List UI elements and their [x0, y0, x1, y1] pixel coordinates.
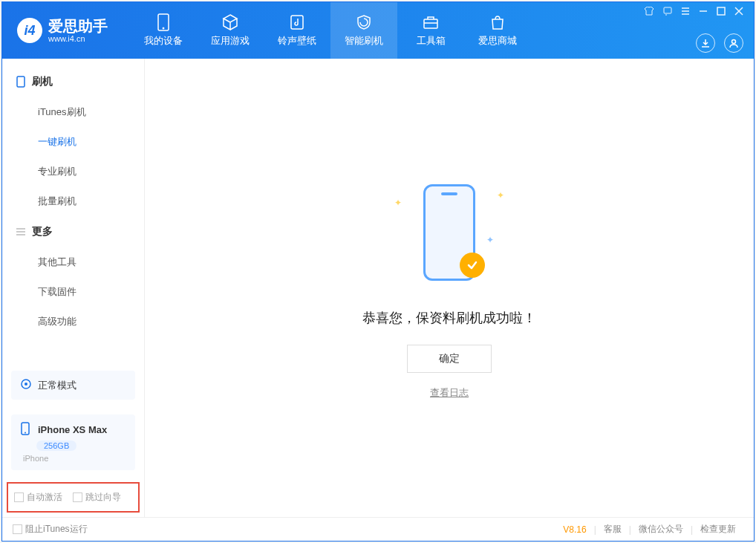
svg-point-6 — [732, 40, 736, 44]
tab-store[interactable]: 爱思商城 — [464, 2, 531, 59]
footer-link-wechat[interactable]: 微信公众号 — [639, 523, 683, 536]
sidebar-item-itunes-flash[interactable]: iTunes刷机 — [2, 97, 144, 127]
tshirt-icon[interactable] — [644, 7, 654, 18]
tab-apps-games[interactable]: 应用游戏 — [197, 2, 264, 59]
header-action-icons — [644, 33, 743, 53]
sparkle-icon: ✦ — [394, 198, 402, 208]
svg-rect-7 — [17, 77, 25, 87]
feedback-icon[interactable] — [663, 7, 672, 18]
tab-my-device[interactable]: 我的设备 — [130, 2, 197, 59]
mode-icon — [20, 378, 32, 392]
cube-icon — [221, 13, 239, 31]
list-icon — [16, 227, 26, 237]
device-name: iPhone XS Max — [38, 424, 107, 435]
header-tabs: 我的设备 应用游戏 铃声壁纸 智能刷机 工具箱 爱思商城 — [130, 2, 531, 59]
header-right — [644, 2, 743, 59]
svg-rect-3 — [424, 19, 437, 28]
sidebar-item-advanced[interactable]: 高级功能 — [2, 307, 144, 336]
options-highlight-box: 自动激活 跳过向导 — [7, 482, 140, 513]
device-icon — [154, 13, 172, 31]
bag-icon — [489, 13, 506, 31]
group-title: 更多 — [32, 225, 53, 238]
device-type: iPhone — [23, 454, 126, 463]
logo-area: i4 爱思助手 www.i4.cn — [2, 18, 123, 43]
checkbox-icon — [73, 492, 82, 502]
sidebar-scroll: 刷机 iTunes刷机 一键刷机 专业刷机 批量刷机 更多 其他工具 下载固件 … — [2, 59, 144, 363]
app-title: 爱思助手 — [48, 18, 108, 34]
group-title: 刷机 — [32, 75, 53, 88]
sparkle-icon: ✦ — [486, 235, 494, 245]
footer-link-update[interactable]: 检查更新 — [700, 523, 736, 536]
minimize-icon[interactable] — [699, 7, 708, 18]
tab-label: 应用游戏 — [211, 34, 250, 48]
svg-rect-5 — [717, 7, 725, 15]
close-icon[interactable] — [734, 7, 743, 18]
sidebar: 刷机 iTunes刷机 一键刷机 专业刷机 批量刷机 更多 其他工具 下载固件 … — [2, 59, 145, 517]
logo-text: 爱思助手 www.i4.cn — [48, 18, 108, 43]
device-phone-icon — [20, 422, 30, 438]
body: 刷机 iTunes刷机 一键刷机 专业刷机 批量刷机 更多 其他工具 下载固件 … — [2, 59, 754, 517]
svg-rect-2 — [291, 16, 303, 29]
music-icon — [288, 13, 306, 31]
svg-rect-4 — [664, 7, 671, 13]
tab-smart-flash[interactable]: 智能刷机 — [330, 2, 397, 59]
menu-icon[interactable] — [681, 7, 690, 18]
success-illustration: ✦ ✦ ✦ — [375, 177, 524, 288]
view-log-link[interactable]: 查看日志 — [430, 386, 469, 400]
main-content: ✦ ✦ ✦ 恭喜您，保资料刷机成功啦！ 确定 查看日志 — [145, 59, 754, 517]
device-capacity: 256GB — [36, 440, 76, 451]
sidebar-item-batch-flash[interactable]: 批量刷机 — [2, 186, 144, 216]
check-badge-icon — [460, 253, 485, 278]
window-controls — [644, 7, 743, 18]
sidebar-item-download-firmware[interactable]: 下载固件 — [2, 277, 144, 307]
sidebar-item-oneclick-flash[interactable]: 一键刷机 — [2, 127, 144, 157]
logo-icon: i4 — [17, 18, 42, 43]
footer-link-support[interactable]: 客服 — [604, 523, 622, 536]
device-box[interactable]: iPhone XS Max 256GB iPhone — [11, 414, 135, 470]
maximize-icon[interactable] — [717, 7, 726, 18]
success-message: 恭喜您，保资料刷机成功啦！ — [362, 309, 536, 327]
phone-icon — [16, 77, 26, 87]
tab-label: 铃声壁纸 — [278, 34, 316, 48]
download-icon[interactable] — [696, 33, 715, 53]
svg-point-11 — [25, 432, 26, 434]
svg-point-9 — [25, 383, 27, 386]
sparkle-icon: ✦ — [497, 190, 504, 201]
sidebar-item-other-tools[interactable]: 其他工具 — [2, 247, 144, 277]
tab-label: 工具箱 — [417, 34, 446, 48]
ok-button[interactable]: 确定 — [407, 345, 492, 373]
checkbox-icon — [14, 492, 24, 502]
tab-label: 我的设备 — [144, 34, 183, 48]
tab-ringtones[interactable]: 铃声壁纸 — [264, 2, 330, 59]
mode-label: 正常模式 — [38, 379, 76, 392]
checkbox-icon — [13, 524, 22, 534]
toolbox-icon — [422, 13, 440, 31]
header: i4 爱思助手 www.i4.cn 我的设备 应用游戏 铃声壁纸 智能刷机 — [2, 2, 754, 59]
footer: 阻止iTunes运行 V8.16 | 客服 | 微信公众号 | 检查更新 — [2, 517, 754, 541]
checkbox-stop-itunes[interactable]: 阻止iTunes运行 — [13, 523, 88, 536]
mode-box[interactable]: 正常模式 — [11, 371, 135, 400]
tab-label: 爱思商城 — [478, 34, 517, 48]
shield-icon — [355, 13, 373, 31]
app-subtitle: www.i4.cn — [48, 34, 108, 43]
svg-point-1 — [163, 27, 164, 29]
checkbox-skip-guide[interactable]: 跳过向导 — [73, 491, 121, 504]
tab-toolbox[interactable]: 工具箱 — [397, 2, 464, 59]
checkbox-auto-activate[interactable]: 自动激活 — [14, 491, 62, 504]
tab-label: 智能刷机 — [345, 34, 383, 48]
app-window: i4 爱思助手 www.i4.cn 我的设备 应用游戏 铃声壁纸 智能刷机 — [1, 1, 755, 542]
user-icon[interactable] — [724, 33, 743, 53]
sidebar-item-pro-flash[interactable]: 专业刷机 — [2, 157, 144, 186]
version-label: V8.16 — [563, 524, 586, 535]
group-flash: 刷机 — [2, 66, 144, 97]
group-more: 更多 — [2, 216, 144, 247]
